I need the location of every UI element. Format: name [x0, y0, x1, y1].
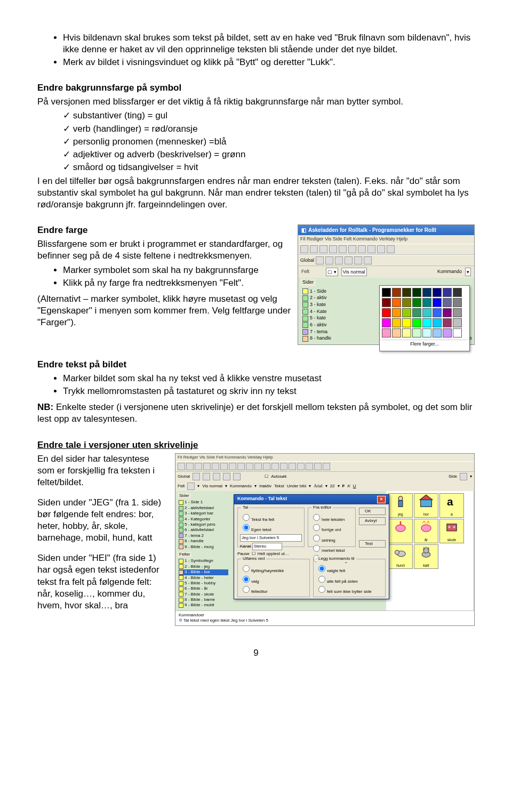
toolbar-btn[interactable]: [335, 256, 343, 264]
toolbar-btn[interactable]: [325, 256, 333, 264]
top-bullet-list: Hvis bildenavn skal brukes som tekst på …: [37, 32, 475, 68]
color-swatch[interactable]: [433, 328, 442, 337]
color-swatch[interactable]: [382, 298, 391, 307]
color-swatch[interactable]: [412, 328, 421, 337]
kommandoer-panel: Kommandoer ⚙ Tal tekst med egen tekst Je…: [175, 610, 474, 625]
color-swatch[interactable]: [412, 318, 421, 327]
color-swatch[interactable]: [433, 288, 442, 297]
list-item: substantiver (ting) = gul: [63, 110, 475, 122]
list-item[interactable]: 6 - aktiv: [302, 322, 331, 328]
color-swatch[interactable]: [412, 298, 421, 307]
vis-dropdown[interactable]: Vis normal: [341, 268, 367, 276]
color-swatch[interactable]: [433, 318, 442, 327]
svg-point-12: [395, 550, 399, 554]
color-swatch[interactable]: [443, 318, 452, 327]
color-swatch[interactable]: [382, 328, 391, 337]
toolbar[interactable]: [298, 244, 474, 255]
list-item[interactable]: 2 - aktiv: [302, 295, 331, 301]
color-swatch[interactable]: [453, 328, 462, 337]
list-item[interactable]: 8 - handle: [302, 335, 331, 342]
menu-bar[interactable]: Fil Rediger Vis Side Felt Kommando Verkt…: [175, 454, 474, 461]
color-swatch[interactable]: [402, 318, 411, 327]
toolbar-btn[interactable]: [300, 245, 308, 253]
color-swatch[interactable]: [402, 308, 411, 317]
kommando-dropdown[interactable]: ▾: [465, 268, 471, 276]
color-swatch[interactable]: [402, 298, 411, 307]
color-swatch[interactable]: [422, 328, 431, 337]
color-swatch[interactable]: [402, 328, 411, 337]
color-swatch[interactable]: [453, 318, 462, 327]
radio-tekst-fra-felt[interactable]: [243, 514, 250, 521]
color-swatch[interactable]: [443, 308, 452, 317]
color-swatch[interactable]: [453, 308, 462, 317]
svg-point-5: [396, 525, 405, 532]
felt-row: Felt ▢ ▾ Vis normal Kommando ▾: [298, 266, 474, 278]
list-item[interactable]: 3 - kate: [302, 302, 331, 308]
more-colors-button[interactable]: Flere farger...: [382, 340, 467, 349]
toolbar-btn[interactable]: [364, 256, 372, 264]
color-swatch[interactable]: [412, 288, 421, 297]
color-swatch[interactable]: [422, 298, 431, 307]
app-icon: ◧: [301, 227, 306, 234]
color-palette-popup: Flere farger...: [379, 285, 470, 351]
egen-tekst-field[interactable]: Jeg bor i Solveien 5: [240, 534, 302, 542]
color-swatch[interactable]: [412, 308, 421, 317]
color-swatch[interactable]: [453, 288, 462, 297]
svg-point-7: [421, 525, 431, 532]
color-swatch[interactable]: [433, 298, 442, 307]
toolbar[interactable]: [175, 461, 474, 472]
sider-panel: Sider 1 - Side 2 - aktiv 3 - kate 4 - Ka…: [298, 278, 474, 344]
color-swatch[interactable]: [382, 318, 391, 327]
svg-rect-2: [421, 500, 432, 507]
color-swatch[interactable]: [422, 288, 431, 297]
toolbar-btn[interactable]: [319, 245, 327, 253]
svg-rect-6: [400, 521, 402, 526]
color-swatch[interactable]: [422, 318, 431, 327]
screenshot-askeladden-colorpicker: ◧Askeladden for Rolltalk - Programsnekke…: [298, 224, 475, 345]
toolbar-btn[interactable]: [367, 245, 375, 253]
color-swatch[interactable]: [392, 288, 401, 297]
list-item: Trykk mellomromstasten på tastaturet og …: [63, 385, 475, 397]
color-swatch[interactable]: [392, 328, 401, 337]
color-swatch[interactable]: [422, 308, 431, 317]
toolbar-btn[interactable]: [316, 256, 324, 264]
color-swatch[interactable]: [382, 308, 391, 317]
toolbar-btn[interactable]: [310, 245, 318, 253]
list-item[interactable]: 5 - kate: [302, 315, 331, 321]
intro-bakgrunnsfarge: På versjonen med blissfarger er det vikt…: [37, 96, 475, 108]
svg-rect-1: [398, 501, 403, 507]
toolbar-btn[interactable]: [329, 245, 337, 253]
list-item[interactable]: 1 - Side: [302, 288, 331, 295]
color-swatch[interactable]: [443, 298, 452, 307]
close-icon[interactable]: ×: [377, 496, 386, 503]
toolbar-btn[interactable]: [354, 256, 362, 264]
ok-button[interactable]: OK: [359, 508, 386, 515]
svg-rect-9: [449, 526, 451, 528]
radio-egen-tekst[interactable]: [243, 524, 250, 531]
test-button[interactable]: Test: [359, 540, 386, 548]
color-swatch[interactable]: [392, 318, 401, 327]
color-swatch[interactable]: [392, 298, 401, 307]
avbryt-button[interactable]: Avbryt: [359, 517, 386, 525]
toolbar-btn[interactable]: [377, 245, 385, 253]
color-swatch[interactable]: [382, 288, 391, 297]
list-item[interactable]: 7 - tema: [302, 329, 331, 335]
svg-point-0: [398, 496, 403, 501]
toolbar-btn[interactable]: [339, 245, 347, 253]
menu-bar[interactable]: Fil Rediger Vis Side Felt Kommando Verkt…: [298, 235, 474, 244]
toolbar-btn[interactable]: [387, 245, 395, 253]
color-swatch[interactable]: [433, 308, 442, 317]
toolbar-btn[interactable]: [345, 256, 353, 264]
color-swatch[interactable]: [443, 288, 452, 297]
felt-color-dropdown[interactable]: ▢ ▾: [326, 268, 338, 276]
toolbar-btn[interactable]: [358, 245, 366, 253]
list-item: Merk av bildet i visningsvinduet og klik…: [63, 57, 475, 68]
color-swatch[interactable]: [453, 298, 462, 307]
toolbar-2[interactable]: Global: [298, 255, 474, 266]
color-swatch[interactable]: [402, 288, 411, 297]
color-swatch[interactable]: [443, 328, 452, 337]
list-item[interactable]: 4 - Kate: [302, 309, 331, 315]
color-swatch[interactable]: [392, 308, 401, 317]
check-list: substantiver (ting) = gul verb (handling…: [37, 110, 475, 173]
toolbar-btn[interactable]: [348, 245, 356, 253]
